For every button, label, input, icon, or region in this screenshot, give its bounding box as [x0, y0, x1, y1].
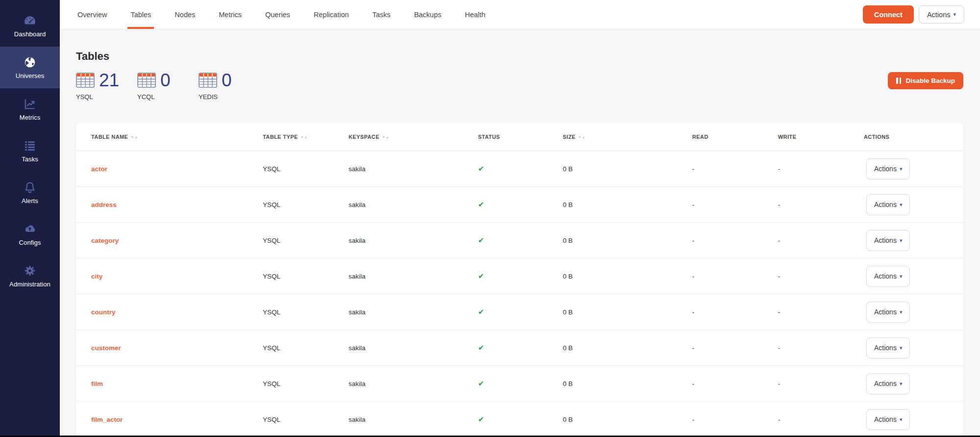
table-grid-icon: [199, 73, 217, 88]
row-actions-label: Actions: [874, 165, 897, 173]
status-ok-icon: ✔: [478, 379, 484, 387]
table-type-cell: YSQL: [263, 201, 349, 208]
sidebar-item-label: Alerts: [22, 197, 38, 205]
status-ok-icon: ✔: [478, 308, 484, 316]
tab-metrics[interactable]: Metrics: [219, 0, 242, 29]
ysql-count: 21: [99, 71, 119, 89]
sidebar-item-alerts[interactable]: Alerts: [0, 172, 60, 213]
tables-list-body: actor YSQL sakila ✔ 0 B - - Actions ▾ ad…: [76, 151, 963, 437]
row-actions-button[interactable]: Actions ▾: [866, 266, 910, 287]
row-actions-label: Actions: [874, 272, 897, 280]
sidebar-item-label: Administration: [9, 281, 50, 288]
sort-icons: ▼▲: [382, 135, 390, 139]
row-actions-button[interactable]: Actions ▾: [866, 409, 910, 430]
header-actions: ACTIONS: [864, 134, 963, 140]
sort-icons: ▼▲: [130, 135, 138, 139]
keyspace-cell: sakila: [349, 237, 478, 244]
keyspace-cell: sakila: [349, 165, 478, 173]
write-cell: -: [778, 237, 864, 244]
tab-tasks[interactable]: Tasks: [373, 0, 391, 29]
sidebar-item-configs[interactable]: Configs: [0, 213, 60, 255]
header-size[interactable]: SIZE▼▲: [563, 134, 692, 140]
table-name-link[interactable]: actor: [91, 165, 107, 173]
header-table-type[interactable]: TABLE TYPE▼▲: [263, 134, 349, 140]
row-actions-button[interactable]: Actions ▾: [866, 194, 910, 215]
row-actions-button[interactable]: Actions ▾: [866, 230, 910, 251]
sidebar-item-label: Tasks: [22, 155, 38, 163]
universe-actions-button[interactable]: Actions ▾: [919, 5, 964, 24]
sidebar-item-dashboard[interactable]: Dashboard: [0, 5, 60, 47]
table-type-cell: YSQL: [263, 165, 349, 173]
yedis-label: YEDIS: [199, 93, 260, 101]
size-cell: 0 B: [563, 344, 692, 352]
read-cell: -: [692, 237, 778, 244]
header-status: STATUS: [478, 134, 563, 140]
table-row: actor YSQL sakila ✔ 0 B - - Actions ▾: [76, 151, 963, 187]
table-name-link[interactable]: country: [91, 308, 116, 316]
chart-line-icon: [24, 98, 36, 110]
size-cell: 0 B: [563, 416, 692, 423]
stat-yedis: 0 YEDIS: [199, 71, 260, 101]
table-row: city YSQL sakila ✔ 0 B - - Actions ▾: [76, 258, 963, 294]
read-cell: -: [692, 416, 778, 423]
read-cell: -: [692, 273, 778, 280]
row-actions-button[interactable]: Actions ▾: [866, 337, 910, 359]
size-cell: 0 B: [563, 308, 692, 316]
table-row: film_actor YSQL sakila ✔ 0 B - - Actions…: [76, 402, 963, 437]
table-grid-icon: [76, 73, 95, 88]
row-actions-button[interactable]: Actions ▾: [866, 302, 910, 323]
tables-list-card: TABLE NAME▼▲ TABLE TYPE▼▲ KEYSPACE▼▲ STA…: [76, 123, 963, 437]
bell-icon: [24, 181, 36, 194]
read-cell: -: [692, 165, 778, 173]
keyspace-cell: sakila: [349, 344, 478, 352]
connect-button[interactable]: Connect: [863, 5, 914, 24]
status-ok-icon: ✔: [478, 343, 484, 352]
table-name-link[interactable]: customer: [91, 344, 121, 352]
table-name-link[interactable]: city: [91, 273, 102, 280]
sidebar-item-label: Metrics: [20, 114, 41, 121]
sidebar-item-label: Universes: [16, 72, 45, 79]
keyspace-cell: sakila: [349, 380, 478, 387]
sidebar-item-tasks[interactable]: Tasks: [0, 130, 60, 172]
tab-overview[interactable]: Overview: [77, 0, 107, 29]
write-cell: -: [778, 380, 864, 387]
table-name-link[interactable]: film_actor: [91, 416, 123, 423]
disable-backup-button[interactable]: Disable Backup: [888, 72, 963, 89]
table-type-cell: YSQL: [263, 237, 349, 244]
tables-page: Tables 21 YSQL: [60, 29, 980, 437]
table-name-link[interactable]: address: [91, 201, 117, 208]
sidebar-item-metrics[interactable]: Metrics: [0, 88, 60, 130]
write-cell: -: [778, 273, 864, 280]
sidebar: Dashboard Universes Metri: [0, 0, 60, 437]
gauge-icon: [24, 14, 36, 27]
table-row: address YSQL sakila ✔ 0 B - - Actions ▾: [76, 187, 963, 223]
write-cell: -: [778, 201, 864, 208]
header-keyspace[interactable]: KEYSPACE▼▲: [349, 134, 478, 140]
gear-icon: [24, 264, 36, 277]
tab-tables[interactable]: Tables: [130, 0, 151, 29]
header-table-name[interactable]: TABLE NAME▼▲: [76, 134, 263, 140]
tables-stats-row: 21 YSQL 0 YCQL: [76, 71, 963, 101]
keyspace-cell: sakila: [349, 201, 478, 208]
main-area: Overview Tables Nodes Metrics Queries Re…: [60, 0, 980, 437]
tab-replication[interactable]: Replication: [314, 0, 349, 29]
universe-actions-label: Actions: [927, 11, 951, 19]
read-cell: -: [692, 308, 778, 316]
chevron-down-icon: ▾: [900, 202, 903, 207]
size-cell: 0 B: [563, 237, 692, 244]
row-actions-button[interactable]: Actions ▾: [866, 158, 910, 180]
sidebar-item-universes[interactable]: Universes: [0, 47, 60, 88]
list-icon: [24, 139, 36, 152]
chevron-down-icon: ▾: [900, 417, 903, 422]
tab-nodes[interactable]: Nodes: [175, 0, 195, 29]
tab-backups[interactable]: Backups: [414, 0, 442, 29]
table-name-link[interactable]: film: [91, 380, 103, 387]
sidebar-item-administration[interactable]: Administration: [0, 255, 60, 297]
write-cell: -: [778, 165, 864, 173]
tab-health[interactable]: Health: [465, 0, 485, 29]
row-actions-button[interactable]: Actions ▾: [866, 373, 910, 394]
cloud-upload-icon: [24, 223, 36, 235]
size-cell: 0 B: [563, 380, 692, 387]
tab-queries[interactable]: Queries: [265, 0, 290, 29]
table-name-link[interactable]: category: [91, 237, 119, 244]
